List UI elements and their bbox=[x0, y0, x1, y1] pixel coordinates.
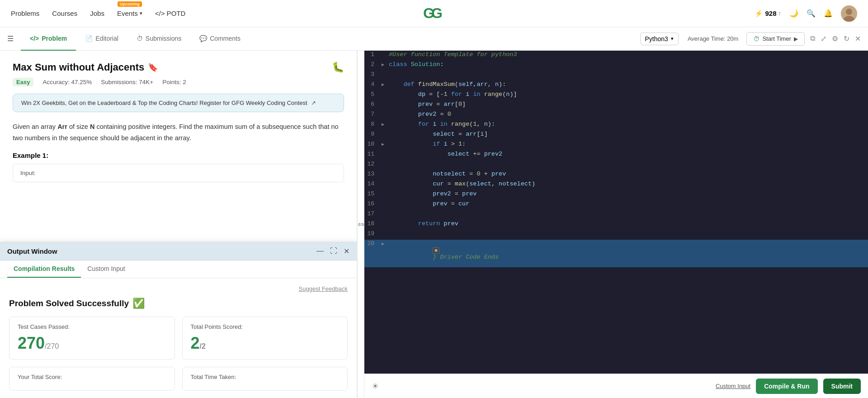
code-line-4: 4 ▶ def findMaxSum(self,arr, n): bbox=[364, 81, 868, 90]
refresh-icon[interactable]: ↻ bbox=[844, 34, 849, 43]
code-line-5: 5 dp = [-1 for i in range(n)] bbox=[364, 90, 868, 100]
minimize-icon[interactable]: — bbox=[316, 247, 324, 256]
nav-potd[interactable]: </> POTD bbox=[155, 9, 186, 17]
output-header-icons: — ⛶ ✕ bbox=[316, 247, 349, 256]
bottom-right-actions: Custom Input Compile & Run Submit bbox=[716, 379, 861, 394]
tab-custom-input[interactable]: Custom Input bbox=[81, 261, 131, 278]
tab-comments[interactable]: 💬 Comments bbox=[190, 27, 250, 51]
close-output-icon[interactable]: ✕ bbox=[344, 247, 349, 256]
editor-lang-area: Python3 ▾ Average Time: 20m ⏱ Start Time… bbox=[640, 32, 861, 46]
code-line-1: 1 #User function Template for python3 bbox=[364, 51, 868, 61]
start-timer-button[interactable]: ⏱ Start Timer ▶ bbox=[746, 32, 805, 46]
difficulty-row: Easy Accuracy: 47.25% Submissions: 74K+ … bbox=[13, 78, 344, 86]
code-line-14: 14 cur = max(select, notselect) bbox=[364, 180, 868, 190]
bug-icon[interactable]: 🐛 bbox=[332, 62, 344, 73]
submissions-stat: Submissions: 74K+ bbox=[101, 79, 153, 85]
hamburger-icon[interactable]: ☰ bbox=[7, 34, 14, 43]
copy-icon[interactable]: ⧉ bbox=[810, 34, 815, 43]
custom-input-link[interactable]: Custom Input bbox=[716, 383, 750, 389]
your-score-row: Your Total Score: Total Time Taken: bbox=[9, 367, 348, 391]
comments-icon: 💬 bbox=[199, 35, 207, 42]
contest-banner[interactable]: Win 2X Geekbits, Get on the Leaderboard … bbox=[13, 94, 344, 112]
right-panel: 1 #User function Template for python3 2 … bbox=[364, 51, 868, 398]
your-score-card: Your Total Score: bbox=[9, 367, 175, 391]
submit-button[interactable]: Submit bbox=[823, 379, 861, 394]
user-avatar[interactable] bbox=[841, 5, 857, 22]
dark-mode-icon[interactable]: 🌙 bbox=[789, 9, 798, 18]
output-tabs: Compilation Results Custom Input bbox=[0, 261, 357, 278]
tab-compilation-results[interactable]: Compilation Results bbox=[7, 261, 81, 278]
language-selector[interactable]: Python3 ▾ bbox=[640, 33, 679, 45]
code-line-8: 8 ▶ for i in range(1, n): bbox=[364, 120, 868, 130]
output-body: Suggest Feedback Problem Solved Successf… bbox=[0, 278, 357, 398]
code-line-19: 19 bbox=[364, 230, 868, 240]
n-bold: N bbox=[90, 123, 94, 130]
result-cards: Test Cases Passed: 270/270 Total Points … bbox=[9, 317, 348, 360]
top-nav: Problems Courses Jobs Upcoming Events ▾ … bbox=[0, 0, 868, 27]
tab-problem[interactable]: </> Problem bbox=[21, 27, 76, 51]
editorial-icon: 📄 bbox=[85, 35, 93, 42]
output-window: Output Window — ⛶ ✕ Compilation Results … bbox=[0, 242, 357, 398]
bookmark-icon[interactable]: 🔖 bbox=[148, 62, 158, 72]
brightness-icon[interactable]: ☀ bbox=[372, 381, 379, 391]
problem-content: Max Sum without Adjacents 🔖 🐛 Easy Accur… bbox=[0, 51, 357, 193]
code-icon: </> bbox=[30, 35, 39, 42]
chevron-down-icon: ▾ bbox=[140, 10, 142, 16]
suggest-feedback-link[interactable]: Suggest Feedback bbox=[299, 285, 348, 292]
svg-point-3 bbox=[846, 9, 852, 15]
search-icon[interactable]: 🔍 bbox=[807, 9, 816, 18]
compile-run-button[interactable]: Compile & Run bbox=[756, 379, 817, 394]
tabs-bar: ☰ </> Problem 📄 Editorial ⏱ Submissions … bbox=[0, 27, 868, 51]
external-link-icon: ↗ bbox=[311, 100, 316, 106]
code-line-18: 18 return prev bbox=[364, 220, 868, 230]
upcoming-badge: Upcoming bbox=[118, 1, 142, 7]
user-score: ⚡ 928 ↑ bbox=[755, 9, 781, 18]
code-line-15: 15 prev2 = prev bbox=[364, 190, 868, 200]
your-score-label: Your Total Score: bbox=[18, 374, 166, 380]
expand-icon[interactable]: ⤢ bbox=[821, 34, 826, 43]
code-line-10: 10 ▶ if i > 1: bbox=[364, 140, 868, 150]
example-box: Input: bbox=[13, 164, 344, 182]
nav-problems[interactable]: Problems bbox=[11, 9, 39, 17]
tab-editorial[interactable]: 📄 Editorial bbox=[76, 27, 127, 51]
panel-divider[interactable]: ⇔ bbox=[357, 51, 364, 398]
close-icon[interactable]: ✕ bbox=[855, 34, 861, 43]
code-line-7: 7 prev2 = 0 bbox=[364, 110, 868, 120]
main-layout: Max Sum without Adjacents 🔖 🐛 Easy Accur… bbox=[0, 51, 868, 398]
editor-toolbar-icons: ⧉ ⤢ ⚙ ↻ ✕ bbox=[810, 34, 861, 43]
svg-text:G: G bbox=[431, 5, 443, 21]
code-line-13: 13 notselect = 0 + prev bbox=[364, 170, 868, 180]
output-title: Output Window bbox=[7, 247, 57, 255]
code-line-20: 20 ▶ ■ } Driver Code Ends bbox=[364, 240, 868, 267]
nav-events[interactable]: Upcoming Events ▾ bbox=[117, 9, 142, 17]
points-scored-card: Total Points Scored: 2/2 bbox=[182, 317, 348, 360]
points-label: Total Points Scored: bbox=[191, 323, 340, 330]
code-line-2: 2 ▶ class Solution: bbox=[364, 61, 868, 71]
code-line-3: 3 bbox=[364, 71, 868, 81]
feedback-row: Suggest Feedback bbox=[9, 285, 348, 298]
arr-bold: Arr bbox=[57, 123, 67, 130]
test-cases-card: Test Cases Passed: 270/270 bbox=[9, 317, 175, 360]
points-stat: Points: 2 bbox=[162, 79, 186, 85]
code-line-16: 16 prev = cur bbox=[364, 200, 868, 210]
nav-left: Problems Courses Jobs Upcoming Events ▾ … bbox=[11, 9, 185, 17]
test-cases-value: 270/270 bbox=[18, 334, 166, 353]
tab-submissions[interactable]: ⏱ Submissions bbox=[127, 27, 190, 51]
avg-time-label: Average Time: 20m bbox=[688, 35, 739, 42]
nav-courses[interactable]: Courses bbox=[52, 9, 77, 17]
code-editor-area[interactable]: 1 #User function Template for python3 2 … bbox=[364, 51, 868, 374]
settings-icon[interactable]: ⚙ bbox=[832, 34, 838, 43]
submissions-icon: ⏱ bbox=[137, 35, 143, 42]
example-title: Example 1: bbox=[13, 152, 344, 159]
input-label: Input: bbox=[20, 170, 36, 176]
code-line-12: 12 bbox=[364, 160, 868, 170]
code-editor[interactable]: 1 #User function Template for python3 2 … bbox=[364, 51, 868, 374]
maximize-icon[interactable]: ⛶ bbox=[330, 247, 337, 256]
nav-jobs[interactable]: Jobs bbox=[90, 9, 104, 17]
points-value: 2/2 bbox=[191, 334, 340, 353]
editor-bottom-toolbar: ☀ Custom Input Compile & Run Submit bbox=[364, 374, 868, 398]
notifications-icon[interactable]: 🔔 bbox=[824, 9, 833, 18]
python-label: Python3 bbox=[645, 35, 668, 43]
nav-right: ⚡ 928 ↑ 🌙 🔍 🔔 bbox=[755, 5, 857, 22]
banner-text: Win 2X Geekbits, Get on the Leaderboard … bbox=[21, 100, 307, 106]
